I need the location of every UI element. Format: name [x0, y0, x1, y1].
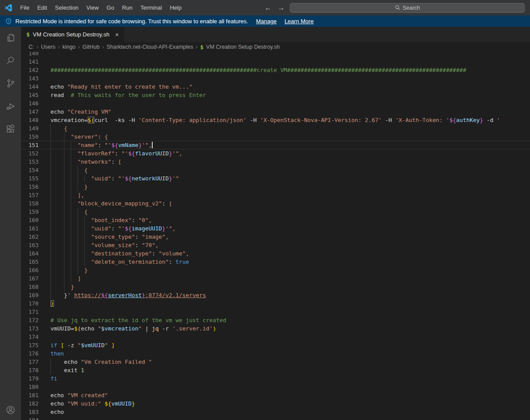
code-line[interactable]: 164 "destination_type": "volume",	[21, 249, 530, 258]
code-token: '	[68, 292, 74, 298]
code-line[interactable]: 151 "name": "'${vmName}'",	[21, 141, 530, 149]
code-line[interactable]: 153 "networks": [	[21, 158, 530, 166]
explorer-icon[interactable]	[5, 32, 16, 45]
code-line[interactable]: 143	[21, 74, 530, 83]
line-number: 169	[21, 291, 39, 299]
breadcrumb-item[interactable]: Users	[41, 44, 56, 50]
menu-edit[interactable]: Edit	[33, 0, 51, 15]
shell-file-icon: $	[26, 31, 30, 38]
code-line[interactable]: 158 "block_device_mapping_v2": [	[21, 199, 530, 208]
code-line[interactable]: 149 {	[21, 124, 530, 133]
code-line[interactable]: 150 "server": {	[21, 133, 530, 141]
indent-guide	[84, 233, 85, 241]
menu-run[interactable]: Run	[118, 0, 136, 15]
code-token: "'	[101, 142, 111, 148]
breadcrumb-item[interactable]: Sharktech.net-Cloud-API-Examples	[107, 44, 193, 50]
line-number: 147	[21, 108, 39, 116]
code-line[interactable]: 177 echo "Vm Creation Failed "	[21, 358, 530, 366]
extensions-icon[interactable]	[5, 124, 16, 136]
code-line[interactable]: 175if [ -z "$vmUUID" ]	[21, 341, 530, 349]
menu-selection[interactable]: Selection	[51, 0, 82, 15]
banner-learn-more-link[interactable]: Learn More	[284, 18, 313, 25]
code-line[interactable]: 161 "uuid": "'${imageUUID}'",	[21, 224, 530, 233]
code-line[interactable]: 166 }	[21, 266, 530, 274]
code-line[interactable]: 165 "delete_on_termination": true	[21, 258, 530, 266]
menu-terminal[interactable]: Terminal	[136, 0, 166, 15]
code-line[interactable]: 163 "volume_size": "70",	[21, 241, 530, 249]
code-line[interactable]: 144echo "Ready hit enter to create the v…	[21, 83, 530, 91]
tab-close-icon[interactable]: ×	[115, 31, 118, 38]
indent-guide	[64, 149, 64, 158]
indent-guide	[50, 258, 51, 266]
menu-file[interactable]: File	[16, 0, 33, 15]
code-token: "name"	[50, 142, 98, 148]
nav-back-icon[interactable]: ←	[265, 4, 272, 12]
breadcrumb-file[interactable]: VM Creation Setup Destroy.sh	[206, 44, 280, 50]
code-line[interactable]: 171	[21, 308, 530, 316]
code-line[interactable]: 169 }' https://${serverHost}:8774/v2.1/s…	[21, 291, 530, 299]
indent-guide	[64, 224, 64, 233]
code-line[interactable]: 179fi	[21, 374, 530, 383]
indent-guide	[84, 224, 85, 233]
code-line[interactable]: 174	[21, 333, 530, 341]
line-number: 177	[21, 358, 39, 366]
code-line[interactable]: 159 {	[21, 208, 530, 216]
code-token: ],	[50, 192, 84, 198]
search-icon[interactable]	[5, 55, 16, 68]
nav-forward-icon[interactable]: →	[278, 4, 285, 12]
code-line[interactable]: 168 }	[21, 283, 530, 291]
code-line[interactable]: 141	[21, 57, 530, 66]
indent-guide	[78, 216, 78, 224]
code-line[interactable]: 152 "flavorRef": "'${flavorUUID}'",	[21, 149, 530, 158]
code-line[interactable]: 183echo	[21, 408, 530, 416]
code-line[interactable]: 147echo "Creating VM"	[21, 108, 530, 116]
menu-go[interactable]: Go	[103, 0, 118, 15]
line-number: 158	[21, 199, 39, 208]
source-control-icon[interactable]	[5, 78, 16, 90]
code-line[interactable]: 181echo "VM created"	[21, 391, 530, 399]
text-cursor	[152, 142, 153, 148]
line-number: 175	[21, 341, 39, 349]
run-debug-icon[interactable]	[5, 101, 16, 113]
line-number: 156	[21, 183, 39, 191]
breadcrumb-item[interactable]: kingo	[62, 44, 75, 50]
menu-view[interactable]: View	[82, 0, 103, 15]
command-center-search[interactable]: Search	[290, 3, 525, 13]
code-line[interactable]: 157 ],	[21, 191, 530, 199]
menu-help[interactable]: Help	[166, 0, 186, 15]
code-line[interactable]: 178 exit 1	[21, 366, 530, 374]
code-line[interactable]: 182echo "VM uuid:" ${vmUUID}	[21, 399, 530, 408]
code-line[interactable]: 172# Use jq to extract the id of the vm …	[21, 316, 530, 324]
code-line[interactable]: 146	[21, 99, 530, 108]
code-line[interactable]: 148vmcreation=$(curl -ks -H 'Content-Typ…	[21, 116, 530, 124]
tab-bar: $ VM Creation Setup Destroy.sh ×	[21, 27, 530, 42]
code-line[interactable]: 156 }	[21, 183, 530, 191]
code-line[interactable]: 176then	[21, 349, 530, 358]
code-line[interactable]: 155 "uuid": "'${networkUUID}'"	[21, 174, 530, 183]
code-line[interactable]: 145read # This waits for the user to pre…	[21, 91, 530, 99]
line-number: 154	[21, 166, 39, 174]
breadcrumb-separator-icon: ›	[102, 44, 104, 50]
indent-guide	[50, 141, 51, 149]
indent-guide	[71, 274, 71, 283]
code-line[interactable]: 167 ]	[21, 274, 530, 283]
code-editor[interactable]: 140141142###############################…	[21, 52, 530, 420]
code-token: ${	[101, 292, 108, 298]
code-line[interactable]: 160 "boot_index": "0",	[21, 216, 530, 224]
code-line[interactable]: 173vmUUID=$(echo "$vmcreation" | jq -r '…	[21, 324, 530, 333]
breadcrumb-item[interactable]: GitHub	[82, 44, 100, 50]
breadcrumb-item[interactable]: C:	[29, 44, 34, 50]
line-number: 142	[21, 66, 39, 74]
tab-vm-creation-setup-destroy[interactable]: $ VM Creation Setup Destroy.sh ×	[21, 27, 124, 42]
vscode-logo	[4, 4, 13, 12]
code-line[interactable]: 184	[21, 416, 530, 420]
code-line[interactable]: 170)	[21, 299, 530, 308]
indent-guide	[78, 258, 78, 266]
code-line[interactable]: 154 {	[21, 166, 530, 174]
code-line[interactable]: 162 "source_type": "image",	[21, 233, 530, 241]
code-line[interactable]: 180	[21, 383, 530, 391]
account-icon[interactable]	[5, 405, 16, 417]
code-line[interactable]: 140	[21, 52, 530, 57]
banner-manage-link[interactable]: Manage	[256, 18, 276, 25]
code-line[interactable]: 142#####################################…	[21, 66, 530, 74]
